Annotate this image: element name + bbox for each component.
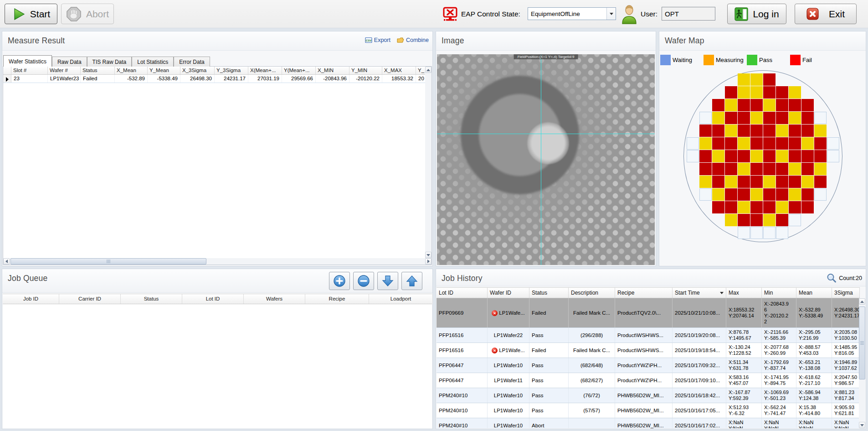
sort-descending-icon[interactable]: [720, 292, 724, 294]
column-header-status[interactable]: Status: [81, 67, 115, 74]
column-header-3sigma[interactable]: 3Sigma: [832, 288, 860, 298]
column-header-status[interactable]: Status: [529, 288, 569, 298]
exit-button[interactable]: Exit: [795, 4, 857, 24]
export-link[interactable]: CSV Export: [365, 37, 390, 43]
wafer-cell: [738, 73, 750, 86]
wafer-cell: [776, 137, 788, 150]
magnifier-icon[interactable]: [826, 273, 837, 284]
wafer-cell: [776, 201, 788, 213]
column-header-job-id[interactable]: Job ID: [3, 294, 59, 304]
column-header-x-max[interactable]: X_MAX: [382, 67, 416, 74]
job-history-row[interactable]: PFP06447LP1Wafer11Pass(682/627)Product\Y…: [437, 373, 860, 388]
job-history-row[interactable]: PFP09669×LP1Wafe...FailedFailed Mark C..…: [437, 298, 860, 328]
stat-line: Y:631.78: [729, 365, 759, 371]
scroll-left-button[interactable]: [3, 258, 10, 265]
column-header-wafer[interactable]: Wafer #: [48, 67, 81, 74]
vscroll-thumb[interactable]: [859, 306, 865, 379]
column-header-x-mean[interactable]: X(Mean+...: [248, 67, 282, 74]
wafer-cell: [814, 112, 827, 124]
job-history-vscrollbar[interactable]: [859, 298, 865, 428]
cell-wafer: LP1Wafer23: [48, 75, 81, 83]
column-header-lot-id[interactable]: Lot ID: [182, 294, 244, 304]
start-button[interactable]: Start: [5, 4, 57, 24]
job-history-row[interactable]: PFP16516LP1Wafer22Pass(296/288)Product\W…: [437, 328, 860, 343]
column-header-carrier-id[interactable]: Carrier ID: [59, 294, 121, 304]
job-history-row[interactable]: PFP06447LP1Wafer10Pass(682/648)Product\Y…: [437, 358, 860, 373]
start-button-label: Start: [30, 9, 50, 20]
hscroll-thumb[interactable]: [10, 258, 206, 265]
csv-export-icon: CSV: [365, 37, 372, 43]
tab-raw-data[interactable]: Raw Data: [52, 57, 87, 67]
cell-status: Pass: [529, 388, 569, 403]
scroll-grip: [107, 260, 110, 263]
column-header-mean[interactable]: Mean: [796, 288, 832, 298]
measure-hscrollbar[interactable]: [3, 258, 431, 265]
job-history-row[interactable]: PPM240#10LP1Wafer10AbortPHWB56D2W_MI...2…: [437, 418, 860, 428]
tab-error-data[interactable]: Error Data: [174, 57, 210, 67]
tab-lot-statistics[interactable]: Lot Statistics: [132, 57, 174, 67]
column-header-x-mean[interactable]: X_Mean: [115, 67, 148, 74]
column-header-description[interactable]: Description: [569, 288, 615, 298]
column-header-wafer-id[interactable]: Wafer ID: [488, 288, 529, 298]
column-header-y-min[interactable]: Y_MIN: [349, 67, 382, 74]
column-header-recipe[interactable]: Recipe: [615, 288, 673, 298]
stat-line: X:511.34: [729, 359, 759, 365]
tab-wafer-statistics[interactable]: Wafer Statistics: [3, 55, 52, 67]
stop-hand-icon: [66, 6, 82, 22]
move-job-up-button[interactable]: [401, 272, 422, 290]
job-queue-table-body: [3, 304, 432, 428]
column-header-min[interactable]: Min: [762, 288, 796, 298]
arrow-up-blue-icon: [406, 275, 418, 287]
arrow-up-icon: [860, 301, 864, 303]
column-header-x-3sigma[interactable]: X_3Sigma: [180, 67, 215, 74]
scroll-up-button[interactable]: [425, 67, 431, 73]
combine-link[interactable]: Combine: [397, 37, 429, 43]
tab-tis-raw-data[interactable]: TIS Raw Data: [87, 57, 132, 67]
column-header-status[interactable]: Status: [121, 294, 182, 304]
wafer-cell: [738, 214, 750, 226]
cell-mean: X:NaNY:NaN: [796, 418, 832, 428]
job-history-row[interactable]: PFP16516×LP1Wafe...FailedFailed Mark C..…: [437, 343, 860, 358]
abort-button[interactable]: Abort: [61, 4, 114, 24]
column-header-lot-id[interactable]: Lot ID: [437, 288, 488, 298]
column-header-loadport[interactable]: Loadport: [369, 294, 433, 304]
column-header-recipe[interactable]: Recipe: [305, 294, 369, 304]
column-header-y-mean[interactable]: Y(Mean+...: [282, 67, 316, 74]
move-job-down-button[interactable]: [377, 272, 398, 290]
job-history-row[interactable]: PPM240#10LP1Wafer10Pass(57/57)PHWB56D2W_…: [437, 403, 860, 418]
column-header-x-min[interactable]: X_MIN: [316, 67, 349, 74]
wafer-cell: [763, 112, 776, 124]
user-input[interactable]: [662, 7, 715, 21]
wafer-cell: [750, 176, 763, 188]
wafer-id-label: LP1Wafer10: [494, 408, 523, 413]
column-header-max[interactable]: Max: [726, 288, 762, 298]
column-header-y-mean[interactable]: Y_Mean: [148, 67, 180, 74]
cell-mean: X:-295.05Y:216.99: [796, 328, 832, 343]
wafer-cell: [789, 163, 801, 175]
column-header-y-3sigma[interactable]: Y_3Sigma: [215, 67, 248, 74]
cell-y-mean: -5338.49: [148, 75, 180, 83]
measure-result-table: Slot #Wafer #StatusX_MeanY_MeanX_3SigmaY…: [3, 66, 432, 265]
column-header-slot[interactable]: Slot #: [11, 67, 48, 74]
add-job-button[interactable]: [329, 272, 350, 290]
login-button[interactable]: Log in: [727, 4, 786, 24]
wafer-cell: [776, 163, 788, 175]
wafer-cell: [763, 227, 776, 239]
stat-line: X:-1069.69: [764, 389, 794, 395]
wafer-cell: [725, 99, 737, 111]
stat-line: X:2047.50: [834, 374, 857, 380]
column-header-start-time[interactable]: Start Time: [673, 288, 726, 298]
wafer-cell: [801, 188, 814, 201]
remove-job-button[interactable]: [353, 272, 374, 290]
table-row[interactable]: 23LP1Wafer23Failed-532.89-5338.4926498.3…: [3, 75, 431, 83]
scroll-down-button[interactable]: [425, 252, 431, 258]
scroll-down-button[interactable]: [859, 422, 865, 428]
job-history-row[interactable]: PPM240#10LP1Wafer10Pass(76/72)PHWB56D2W_…: [437, 388, 860, 403]
scroll-up-button[interactable]: [859, 298, 865, 305]
measure-vscrollbar[interactable]: [425, 67, 431, 258]
scroll-right-button[interactable]: [425, 258, 431, 265]
column-header-wafers[interactable]: Wafers: [244, 294, 305, 304]
wafer-cell: [738, 99, 750, 111]
eap-control-state-select[interactable]: EquipmentOffLine: [528, 7, 616, 20]
wafer-cell: [776, 188, 788, 201]
